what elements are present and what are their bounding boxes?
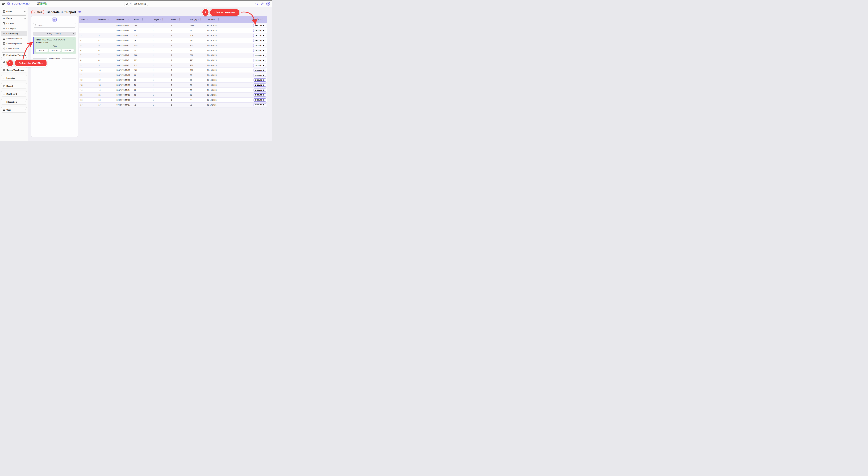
po-chip[interactable]: 1059143 bbox=[49, 49, 61, 52]
sidebar-item-integration[interactable]: <> Integration bbox=[1, 99, 27, 104]
cell-marker: 9 bbox=[97, 64, 115, 66]
execute-button[interactable]: EXECUTE bbox=[253, 93, 266, 97]
execute-button[interactable]: EXECUTE bbox=[253, 49, 266, 52]
execute-arrow-icon bbox=[262, 35, 265, 36]
panel-collapse-button[interactable] bbox=[52, 18, 57, 22]
execute-button[interactable]: EXECUTE bbox=[253, 69, 266, 72]
sidebar-item-fabric-requisition[interactable]: Fabric Requisition bbox=[1, 41, 27, 46]
execute-button[interactable]: EXECUTE bbox=[253, 84, 266, 87]
sidebar-item-incentive[interactable]: $ Incentive bbox=[1, 75, 27, 81]
column-menu-icon[interactable]: ••• bbox=[262, 18, 263, 21]
cell-job: 2 bbox=[79, 29, 97, 31]
cell-plies: 79 bbox=[133, 49, 151, 52]
translate-icon[interactable] bbox=[255, 2, 258, 5]
sidebar-item-order[interactable]: Order bbox=[1, 9, 27, 14]
execute-button[interactable]: EXECUTE bbox=[253, 29, 266, 32]
warehouse-icon bbox=[3, 69, 5, 71]
sort-icon[interactable]: ↑↓ bbox=[140, 19, 141, 21]
table-row: 16 16 5962-976-MK16 44 1 1 44 31-10-2025… bbox=[79, 98, 267, 103]
cell-length: 1 bbox=[151, 79, 169, 81]
column-menu-icon[interactable]: ••• bbox=[130, 18, 130, 21]
step2-badge: 2 bbox=[202, 8, 209, 16]
sort-icon[interactable]: ↑↓ bbox=[127, 19, 129, 21]
column-menu-icon[interactable]: ••• bbox=[162, 18, 163, 21]
po-chip[interactable]: 1059141 bbox=[36, 49, 48, 52]
sort-icon[interactable]: ↑↓ bbox=[198, 19, 199, 21]
execute-button[interactable]: EXECUTE bbox=[253, 39, 266, 42]
execute-button[interactable]: EXECUTE bbox=[253, 89, 266, 92]
cell-marker-code: 5962-976-MK6 bbox=[115, 49, 133, 52]
sort-icon[interactable]: ↑↓ bbox=[177, 19, 178, 21]
sort-icon[interactable]: ↑↓ bbox=[87, 19, 88, 21]
execute-button[interactable]: EXECUTE bbox=[253, 54, 266, 57]
sidebar-item-report[interactable]: Report bbox=[1, 83, 27, 89]
cell-marker: 2 bbox=[97, 29, 115, 31]
breadcrumb-separator: / bbox=[130, 3, 130, 5]
cell-cut-date: 31-10-2025 bbox=[205, 59, 252, 61]
user-avatar[interactable]: J bbox=[266, 2, 270, 5]
app-logo[interactable]: SOOPERWIZER bbox=[7, 2, 31, 5]
sidebar-item-user[interactable]: User bbox=[1, 107, 27, 113]
execute-button[interactable]: EXECUTE bbox=[253, 59, 266, 62]
search-box[interactable] bbox=[33, 23, 76, 28]
plan-name-value: AEO BTS23 5962 -976 CP1 bbox=[42, 39, 65, 41]
execute-arrow-icon bbox=[262, 64, 265, 66]
chevron-down-icon bbox=[24, 85, 26, 86]
body-plans-section-header[interactable]: Body (1 plans) bbox=[33, 32, 76, 36]
execute-button[interactable]: EXECUTE bbox=[253, 103, 266, 106]
column-menu-icon[interactable]: ••• bbox=[110, 18, 110, 21]
sidebar-collapse-icon[interactable] bbox=[2, 2, 5, 5]
column-menu-icon[interactable]: ••• bbox=[179, 18, 180, 21]
column-header-cut-qty: Cut Qty↑↓••• bbox=[189, 18, 205, 21]
cell-cut-date: 31-10-2025 bbox=[205, 64, 252, 66]
execute-button[interactable]: EXECUTE bbox=[253, 34, 266, 37]
po-chip[interactable]: 1059146 bbox=[62, 49, 74, 52]
cell-status: EXECUTE bbox=[252, 29, 267, 32]
cell-plies: 84 bbox=[133, 29, 151, 31]
execute-button[interactable]: EXECUTE bbox=[253, 64, 266, 67]
execute-button[interactable]: EXECUTE bbox=[253, 73, 266, 77]
cell-status: EXECUTE bbox=[252, 34, 267, 37]
execute-button[interactable]: EXECUTE bbox=[253, 44, 266, 47]
table-row: 17 17 5962-976-MK17 72 1 1 72 31-10-2025… bbox=[79, 103, 267, 107]
sidebar-item-fabric-warehouse[interactable]: Fabric Warehouse bbox=[1, 36, 27, 41]
cut-plan-card[interactable]: Name:AEO BTS23 5962 -976 CP1 Status:Acti… bbox=[33, 37, 76, 54]
sidebar-item-cut-plan[interactable]: Cut Plan bbox=[1, 21, 27, 26]
execute-button[interactable]: EXECUTE bbox=[253, 24, 266, 27]
sidebar-item-production-tracking[interactable]: Production Tracking bbox=[1, 53, 27, 58]
cell-marker: 14 bbox=[97, 89, 115, 91]
back-button[interactable]: ← BACK bbox=[31, 10, 44, 14]
wimetrix-wi: Wi bbox=[37, 3, 39, 5]
plan-accent-bar bbox=[33, 37, 34, 54]
cell-length: 1 bbox=[151, 104, 169, 106]
sidebar-item-cut-bundling[interactable]: ✂ Cut Bundling bbox=[1, 31, 27, 36]
main-content: ← BACK Generate Cut Report Body (1 plans… bbox=[28, 7, 272, 141]
search-input[interactable] bbox=[38, 24, 74, 26]
cell-status: EXECUTE bbox=[252, 84, 267, 87]
column-menu-icon[interactable]: ••• bbox=[142, 18, 143, 21]
execute-button[interactable]: EXECUTE bbox=[253, 98, 266, 101]
sidebar-item-cut-report[interactable]: ✂ Cut Report bbox=[1, 26, 27, 31]
column-menu-icon[interactable]: ••• bbox=[200, 18, 201, 21]
breadcrumb-home-button[interactable] bbox=[124, 2, 129, 6]
column-menu-icon[interactable]: ••• bbox=[218, 18, 219, 21]
sort-icon[interactable]: ↑↓ bbox=[260, 19, 261, 21]
dashboard-icon bbox=[3, 93, 5, 95]
sort-icon[interactable]: ↑↓ bbox=[107, 19, 109, 21]
sidebar-item-dashboard[interactable]: Dashboard bbox=[1, 91, 27, 97]
sidebar-item-fabric[interactable]: ✂ Fabric bbox=[1, 15, 27, 21]
sort-icon[interactable]: ↑↓ bbox=[160, 19, 161, 21]
plan-kebab-menu-icon[interactable]: ⋮ bbox=[72, 39, 74, 41]
filter-sliders-icon[interactable] bbox=[79, 11, 82, 13]
sidebar-item-carton-warehouse[interactable]: Carton Warehouse bbox=[1, 67, 27, 72]
breadcrumb: / Cut-Bundling bbox=[124, 2, 148, 6]
theme-light-icon[interactable] bbox=[260, 2, 264, 5]
sidebar-item-fabric-transfer[interactable]: Fabric Transfer bbox=[1, 46, 27, 51]
transfer-icon bbox=[3, 47, 5, 50]
sort-icon[interactable]: ↑↓ bbox=[216, 19, 217, 21]
breadcrumb-current[interactable]: Cut-Bundling bbox=[132, 2, 148, 5]
cell-job: 5 bbox=[79, 44, 97, 46]
execute-button[interactable]: EXECUTE bbox=[253, 78, 266, 82]
column-menu-icon[interactable]: ••• bbox=[89, 18, 89, 21]
cell-status: EXECUTE bbox=[252, 59, 267, 62]
